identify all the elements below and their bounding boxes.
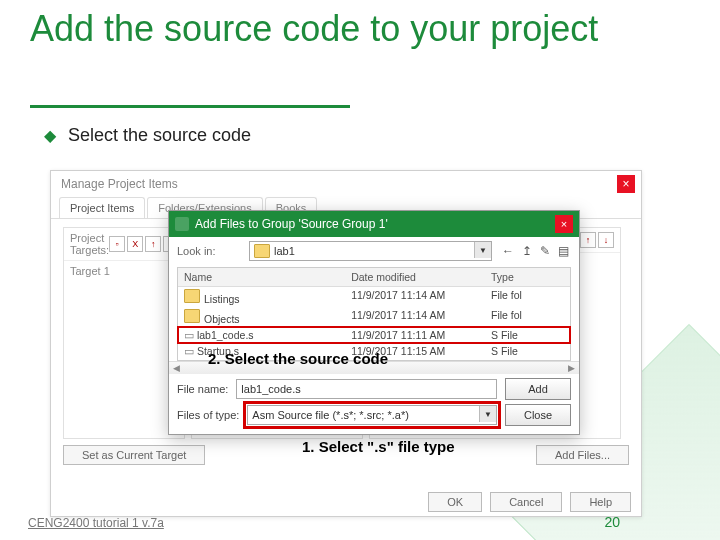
look-in-label: Look in: bbox=[177, 245, 241, 257]
file-name-cell: Listings bbox=[178, 287, 345, 307]
ok-button[interactable]: OK bbox=[428, 492, 482, 512]
bullet-row: ◆ Select the source code bbox=[44, 125, 251, 146]
folder-icon bbox=[254, 244, 270, 258]
file-name-input[interactable]: lab1_code.s bbox=[236, 379, 497, 399]
chevron-down-icon[interactable]: ▼ bbox=[479, 406, 496, 422]
title-underline bbox=[30, 105, 350, 108]
nav-back-icon[interactable]: ← bbox=[500, 244, 516, 258]
file-name-label: File name: bbox=[177, 383, 228, 395]
file-name-cell: Objects bbox=[178, 307, 345, 327]
slide-title: Add the source code to your project bbox=[30, 8, 630, 49]
close-icon[interactable]: × bbox=[555, 215, 573, 233]
close-icon[interactable]: × bbox=[617, 175, 635, 193]
file-list[interactable]: Name Date modified Type Listings11/9/201… bbox=[177, 267, 571, 361]
help-button[interactable]: Help bbox=[570, 492, 631, 512]
file-type-value: Asm Source file (*.s*; *.src; *.a*) bbox=[252, 409, 409, 421]
callout-step2: 2. Select the source code bbox=[208, 350, 388, 367]
col-name[interactable]: Name bbox=[178, 268, 345, 286]
pane-targets-label: Project Targets: bbox=[70, 232, 109, 256]
add-button[interactable]: Add bbox=[505, 378, 571, 400]
bullet-text: Select the source code bbox=[68, 125, 251, 146]
look-in-dropdown[interactable]: lab1 ▼ bbox=[249, 241, 492, 261]
bullet-arrow-icon: ◆ bbox=[44, 126, 56, 145]
close-button[interactable]: Close bbox=[505, 404, 571, 426]
move-up-icon[interactable]: ↑ bbox=[580, 232, 596, 248]
window-icon bbox=[175, 217, 189, 231]
move-down-icon[interactable]: ↓ bbox=[598, 232, 614, 248]
nav-view-icon[interactable]: ▤ bbox=[556, 244, 571, 258]
new-target-icon[interactable]: ▫ bbox=[109, 236, 125, 252]
folder-icon bbox=[184, 289, 200, 303]
add-files-title-text: Add Files to Group 'Source Group 1' bbox=[195, 217, 388, 231]
footer-left: CENG2400 tutorial 1 v.7a bbox=[28, 516, 164, 530]
set-default-target-button[interactable]: Set as Current Target bbox=[63, 445, 205, 465]
chevron-down-icon[interactable]: ▼ bbox=[474, 242, 491, 258]
add-files-dialog: Add Files to Group 'Source Group 1' × Lo… bbox=[168, 210, 580, 435]
file-type-cell: S File bbox=[485, 343, 570, 359]
cancel-button[interactable]: Cancel bbox=[490, 492, 562, 512]
manage-project-title: Manage Project Items bbox=[51, 171, 641, 193]
nav-newfolder-icon[interactable]: ✎ bbox=[538, 244, 552, 258]
nav-up-icon[interactable]: ↥ bbox=[520, 244, 534, 258]
file-date-cell: 11/9/2017 11:14 AM bbox=[345, 287, 485, 307]
file-row-selected[interactable]: ▭ lab1_code.s11/9/2017 11:11 AMS File bbox=[178, 327, 570, 343]
delete-target-icon[interactable]: X bbox=[127, 236, 143, 252]
file-date-cell: 11/9/2017 11:14 AM bbox=[345, 307, 485, 327]
file-type-label: Files of type: bbox=[177, 409, 239, 421]
file-type-cell: S File bbox=[485, 327, 570, 343]
pane-targets: Project Targets: ▫ X ↑ ↓ Target 1 bbox=[63, 227, 185, 439]
add-files-button[interactable]: Add Files... bbox=[536, 445, 629, 465]
tab-project-items[interactable]: Project Items bbox=[59, 197, 145, 218]
file-icon: ▭ bbox=[184, 345, 197, 357]
file-list-header: Name Date modified Type bbox=[178, 268, 570, 287]
col-type[interactable]: Type bbox=[485, 268, 570, 286]
file-type-cell: File fol bbox=[485, 307, 570, 327]
add-files-titlebar: Add Files to Group 'Source Group 1' × bbox=[169, 211, 579, 237]
file-type-dropdown[interactable]: Asm Source file (*.s*; *.src; *.a*) ▼ bbox=[247, 405, 497, 425]
folder-icon bbox=[184, 309, 200, 323]
page-number: 20 bbox=[604, 514, 620, 530]
file-row[interactable]: Listings11/9/2017 11:14 AMFile fol bbox=[178, 287, 570, 307]
move-up-icon[interactable]: ↑ bbox=[145, 236, 161, 252]
file-icon: ▭ bbox=[184, 329, 197, 341]
file-name-value: lab1_code.s bbox=[241, 383, 300, 395]
file-row[interactable]: Objects11/9/2017 11:14 AMFile fol bbox=[178, 307, 570, 327]
file-name-cell: ▭ lab1_code.s bbox=[178, 327, 345, 343]
col-date[interactable]: Date modified bbox=[345, 268, 485, 286]
callout-step1: 1. Select ".s" file type bbox=[302, 438, 455, 455]
look-in-value: lab1 bbox=[274, 245, 295, 257]
file-type-cell: File fol bbox=[485, 287, 570, 307]
file-date-cell: 11/9/2017 11:11 AM bbox=[345, 327, 485, 343]
target-item[interactable]: Target 1 bbox=[64, 261, 184, 281]
